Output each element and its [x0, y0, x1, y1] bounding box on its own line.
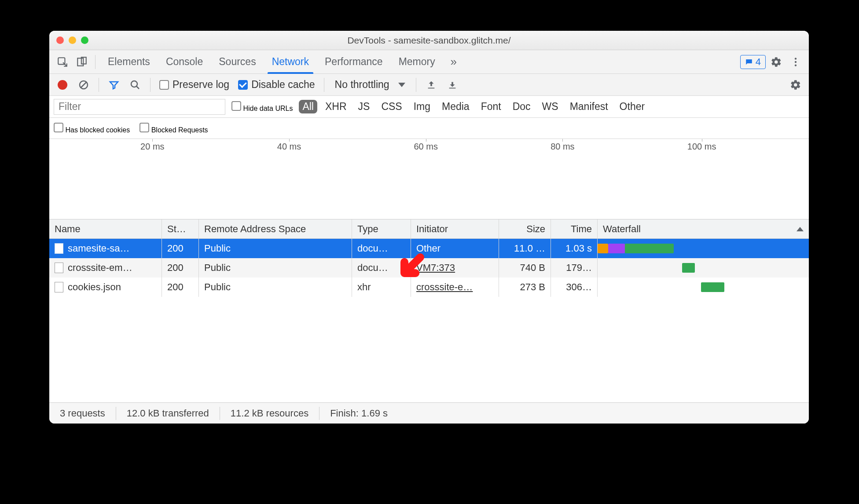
timeline-tick: 80 ms	[551, 142, 574, 152]
svg-point-5	[795, 64, 797, 66]
timeline-overview[interactable]: 20 ms40 ms60 ms80 ms100 ms	[49, 139, 809, 219]
request-row[interactable]: crosssite-em…200Publicdocu…VM7:373740 B1…	[49, 258, 809, 278]
tab-memory[interactable]: Memory	[391, 50, 443, 74]
divider	[324, 78, 324, 92]
col-initiator[interactable]: Initiator	[411, 219, 499, 238]
divider	[99, 78, 99, 92]
tab-network[interactable]: Network	[264, 50, 317, 74]
has-blocked-cookies-checkbox[interactable]: Has blocked cookies	[54, 123, 130, 134]
svg-point-3	[795, 58, 797, 59]
col-waterfall-label: Waterfall	[603, 223, 641, 235]
filter-input[interactable]	[54, 99, 225, 115]
kebab-menu-icon[interactable]	[787, 53, 804, 71]
timeline-tick: 40 ms	[277, 142, 301, 152]
devtools-window: DevTools - samesite-sandbox.glitch.me/ E…	[49, 31, 809, 424]
divider	[95, 55, 95, 69]
file-icon	[55, 263, 63, 273]
network-settings-icon[interactable]	[787, 76, 804, 94]
status-resources: 11.2 kB resources	[220, 407, 319, 420]
filter-type-img[interactable]: Img	[410, 100, 434, 113]
svg-rect-10	[428, 88, 434, 88]
cell-time: 306…	[551, 278, 598, 297]
panel-tabbar: ElementsConsoleSourcesNetworkPerformance…	[49, 50, 809, 74]
request-row[interactable]: samesite-sa…200Publicdocu…Other11.0 …1.0…	[49, 239, 809, 258]
message-icon	[745, 58, 753, 66]
filter-bar-2: Has blocked cookies Blocked Requests	[49, 118, 809, 139]
settings-icon[interactable]	[767, 53, 785, 71]
tab-performance[interactable]: Performance	[317, 50, 391, 74]
checkbox-icon	[139, 123, 149, 132]
download-har-icon[interactable]	[444, 76, 461, 94]
status-bar: 3 requests 12.0 kB transferred 11.2 kB r…	[49, 402, 809, 424]
checkbox-icon	[54, 123, 63, 132]
filter-type-ws[interactable]: WS	[539, 100, 562, 113]
waterfall-bar	[682, 263, 695, 273]
throttling-select[interactable]: No throttling	[330, 79, 410, 91]
filter-type-doc[interactable]: Doc	[509, 100, 534, 113]
col-type[interactable]: Type	[352, 219, 411, 238]
col-waterfall[interactable]: Waterfall	[598, 219, 809, 238]
console-messages-badge[interactable]: 4	[740, 55, 766, 69]
col-name[interactable]: Name	[49, 219, 162, 238]
filter-type-css[interactable]: CSS	[378, 100, 405, 113]
inspect-element-icon[interactable]	[54, 53, 71, 71]
filter-type-js[interactable]: JS	[355, 100, 374, 113]
waterfall-bar	[598, 244, 608, 253]
cell-status: 200	[162, 278, 199, 297]
preserve-log-label: Preserve log	[173, 79, 229, 91]
cell-ras: Public	[199, 278, 352, 297]
close-window-button[interactable]	[56, 37, 64, 44]
tab-console[interactable]: Console	[158, 50, 211, 74]
svg-rect-1	[77, 58, 83, 66]
filter-icon[interactable]	[105, 76, 123, 94]
col-status[interactable]: St…	[162, 219, 199, 238]
svg-point-8	[131, 81, 137, 87]
cell-status: 200	[162, 239, 199, 258]
hide-data-urls-checkbox[interactable]: Hide data URLs	[231, 101, 293, 113]
disable-cache-checkbox[interactable]: Disable cache	[235, 79, 317, 91]
initiator-link[interactable]: VM7:373	[416, 262, 455, 274]
record-button[interactable]	[54, 76, 71, 94]
clear-icon[interactable]	[75, 76, 92, 94]
tab-sources[interactable]: Sources	[211, 50, 264, 74]
cell-size: 740 B	[499, 258, 551, 278]
filter-type-manifest[interactable]: Manifest	[566, 100, 612, 113]
zoom-window-button[interactable]	[81, 37, 88, 44]
tab-elements[interactable]: Elements	[100, 50, 158, 74]
status-finish: Finish: 1.69 s	[319, 407, 398, 420]
cell-waterfall	[598, 258, 809, 278]
status-requests: 3 requests	[49, 407, 116, 420]
filter-type-all[interactable]: All	[299, 100, 317, 113]
timeline-tick: 20 ms	[140, 142, 164, 152]
cell-type: docu…	[352, 239, 411, 258]
initiator-link[interactable]: crosssite-e…	[416, 281, 473, 293]
blocked-requests-checkbox[interactable]: Blocked Requests	[139, 123, 208, 134]
device-toolbar-icon[interactable]	[73, 53, 91, 71]
table-header: Name St… Remote Address Space Type Initi…	[49, 219, 809, 239]
svg-line-9	[136, 86, 139, 89]
filter-type-other[interactable]: Other	[616, 100, 649, 113]
filter-type-xhr[interactable]: XHR	[322, 100, 350, 113]
upload-har-icon[interactable]	[422, 76, 440, 94]
minimize-window-button[interactable]	[69, 37, 76, 44]
preserve-log-checkbox[interactable]: Preserve log	[157, 79, 232, 91]
window-controls	[49, 37, 88, 44]
request-row[interactable]: cookies.json200Publicxhrcrosssite-e…273 …	[49, 278, 809, 297]
search-icon[interactable]	[126, 76, 144, 94]
waterfall-bar	[625, 244, 673, 253]
cell-name: cookies.json	[49, 278, 162, 297]
cell-name: crosssite-em…	[49, 258, 162, 278]
col-remote-address-space[interactable]: Remote Address Space	[199, 219, 352, 238]
throttling-value: No throttling	[335, 79, 389, 91]
timeline-tick: 100 ms	[687, 142, 716, 152]
col-size[interactable]: Size	[499, 219, 551, 238]
request-name: cookies.json	[68, 281, 121, 293]
checkbox-icon	[159, 80, 169, 90]
more-tabs-icon[interactable]: »	[445, 53, 463, 71]
window-title: DevTools - samesite-sandbox.glitch.me/	[49, 35, 809, 46]
col-time[interactable]: Time	[551, 219, 598, 238]
filter-type-font[interactable]: Font	[477, 100, 505, 113]
checkbox-icon	[231, 101, 241, 111]
filter-type-media[interactable]: Media	[438, 100, 473, 113]
sort-asc-icon	[797, 227, 804, 231]
